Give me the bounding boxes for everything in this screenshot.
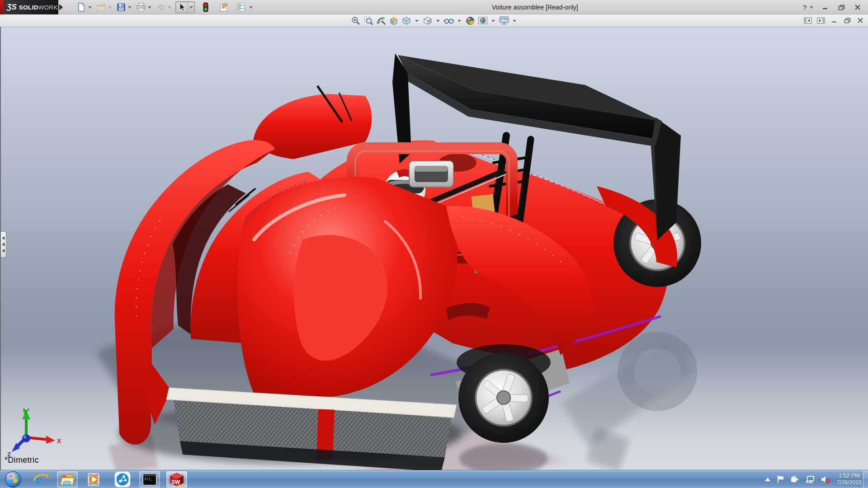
triad-x-label: X xyxy=(57,437,61,445)
options-checklist-icon[interactable] xyxy=(236,2,246,13)
solidworks-taskbar-icon[interactable]: SW 2015 xyxy=(166,471,187,488)
windows-explorer-icon[interactable] xyxy=(57,471,78,488)
start-button[interactable] xyxy=(3,471,24,488)
show-hidden-icons-button[interactable] xyxy=(764,477,771,482)
command-prompt-icon[interactable]: C:\_ xyxy=(139,471,160,488)
open-icon[interactable] xyxy=(96,2,107,13)
sw-icon-year: 2015 xyxy=(176,483,184,487)
front-right-wheel xyxy=(458,352,549,443)
solidworks-logo: ƷS SOLIDWORKS xyxy=(3,0,58,14)
solidworks-window: ƷS SOLIDWORKS xyxy=(0,0,868,488)
options-dropdown[interactable] xyxy=(249,6,253,9)
dassault-3ds-mark: ƷS xyxy=(7,3,17,12)
close-button[interactable] xyxy=(852,3,863,11)
main-toolbar xyxy=(76,0,254,14)
rebuild-traffic-light-icon[interactable] xyxy=(200,2,211,13)
share-app-icon[interactable] xyxy=(112,471,133,488)
view-settings-dropdown[interactable] xyxy=(513,20,516,22)
action-center-flag-icon[interactable] xyxy=(777,475,785,483)
undo-dropdown[interactable] xyxy=(168,6,171,9)
headsup-toolbar-row xyxy=(0,14,868,27)
close-document-icon[interactable] xyxy=(855,16,865,24)
media-player-icon[interactable] xyxy=(83,471,104,488)
volume-muted-icon[interactable] xyxy=(821,475,830,483)
print-icon[interactable] xyxy=(136,2,146,13)
restore-button[interactable] xyxy=(835,3,847,11)
save-dropdown[interactable] xyxy=(128,6,132,9)
headsup-toolbar xyxy=(350,15,518,27)
title-bar: ƷS SOLIDWORKS xyxy=(0,0,868,14)
zoom-to-fit-icon[interactable] xyxy=(350,16,361,26)
titlebar-controls: ? xyxy=(803,0,863,14)
display-style-dropdown[interactable] xyxy=(436,20,440,22)
view-settings-icon[interactable] xyxy=(499,16,509,26)
section-view-icon[interactable] xyxy=(388,16,399,26)
internet-explorer-icon[interactable]: e xyxy=(31,471,52,488)
zoom-to-area-icon[interactable] xyxy=(363,16,373,26)
undo-icon[interactable] xyxy=(156,2,166,13)
car-model[interactable] xyxy=(1,27,868,470)
feature-tree-collapse-tab[interactable] xyxy=(1,231,6,258)
save-icon[interactable] xyxy=(116,2,127,13)
split-pane-right-icon[interactable] xyxy=(816,16,826,24)
view-orientation-label: *Dimetric xyxy=(5,455,39,465)
network-icon[interactable] xyxy=(806,475,815,483)
open-dropdown[interactable] xyxy=(108,6,112,9)
triad-y-label: Y xyxy=(23,408,27,415)
view-orientation-icon[interactable] xyxy=(401,16,411,26)
hide-show-items-icon[interactable] xyxy=(443,16,454,26)
system-tray: 1:52 PM 7/28/2015 xyxy=(764,470,862,488)
new-document-icon[interactable] xyxy=(76,2,87,13)
window-title: Voiture assomblee [Read-only] xyxy=(492,4,578,11)
power-plug-icon[interactable] xyxy=(791,475,800,483)
display-style-icon[interactable] xyxy=(422,16,433,26)
clock-time: 1:52 PM xyxy=(836,473,862,479)
document-window-controls xyxy=(803,16,865,24)
restore-document-icon[interactable] xyxy=(842,16,852,24)
clock-date: 7/28/2015 xyxy=(836,479,862,486)
apply-scene-icon[interactable] xyxy=(477,16,488,26)
select-dropdown[interactable] xyxy=(188,1,194,13)
file-properties-icon[interactable] xyxy=(218,2,229,13)
svg-text:e: e xyxy=(35,472,42,487)
menu-expand-arrow[interactable] xyxy=(59,4,63,10)
minimize-document-icon[interactable] xyxy=(829,16,839,24)
graphics-viewport[interactable]: Y X Z *Dimetric xyxy=(0,27,868,470)
hide-show-dropdown[interactable] xyxy=(458,20,461,22)
edit-appearance-icon[interactable] xyxy=(465,16,475,26)
view-orientation-dropdown[interactable] xyxy=(415,20,419,22)
cmd-icon-text: C:\_ xyxy=(145,477,153,481)
previous-view-icon[interactable] xyxy=(376,16,386,26)
split-pane-left-icon[interactable] xyxy=(803,16,813,24)
select-cursor-icon[interactable] xyxy=(176,2,188,13)
minimize-button[interactable] xyxy=(819,3,831,11)
new-document-dropdown[interactable] xyxy=(88,6,92,9)
select-tool-group xyxy=(175,1,195,13)
help-button[interactable]: ? xyxy=(803,4,815,11)
app-edge-accent xyxy=(0,0,3,14)
apply-scene-dropdown[interactable] xyxy=(491,20,495,22)
show-desktop-button[interactable] xyxy=(863,470,868,488)
taskbar-clock[interactable]: 1:52 PM 7/28/2015 xyxy=(836,473,862,486)
mirror-box xyxy=(409,161,453,187)
orientation-triad: Y X Z xyxy=(6,408,65,457)
print-dropdown[interactable] xyxy=(148,6,151,9)
windows-taskbar: e xyxy=(0,470,868,488)
